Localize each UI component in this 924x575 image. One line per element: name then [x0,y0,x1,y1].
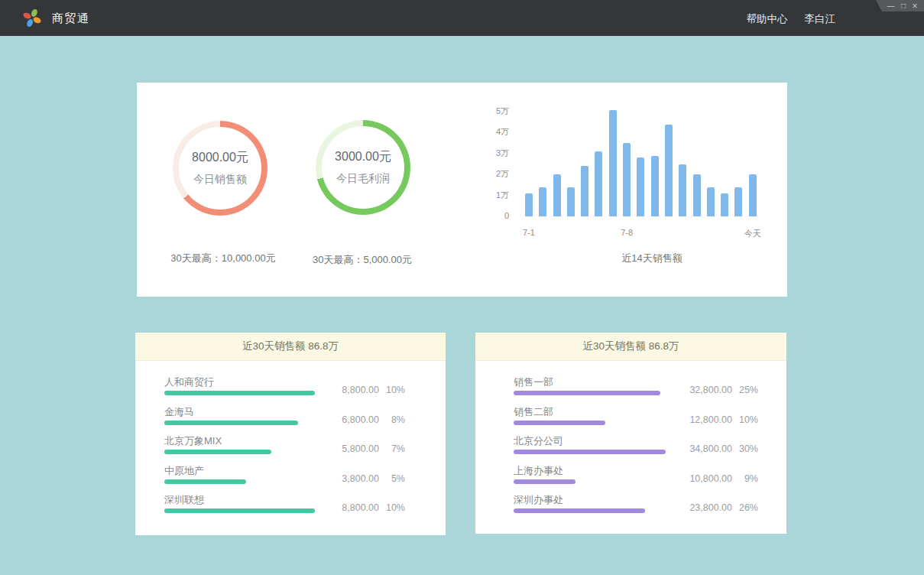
x-tick-label: 7-8 [621,228,633,237]
row-amount: 5,800.00 [326,443,379,455]
y-tick-label: 0 [489,211,509,221]
row-name: 金海马 [164,405,194,419]
row-sales-bar [514,508,645,513]
row-percent: 26% [738,502,758,514]
bar [623,143,631,216]
row-name: 上海办事处 [514,464,563,478]
row-name: 销售一部 [514,375,553,389]
bar [749,174,757,216]
row-sales-bar [164,508,315,513]
row-sales-bar [514,479,575,484]
y-tick-label: 3万 [489,148,509,158]
row-amount: 3,800.00 [326,473,379,485]
bar [567,187,575,216]
row-amount: 32,800.00 [679,384,732,396]
row-values: 8,800.0010% [326,502,405,514]
department-rank-header: 近30天销售额 86.8万 [475,333,786,361]
today-profit-value: 3000.00元 [335,149,391,165]
bar [581,166,588,216]
row-sales-bar [164,421,298,425]
bar [609,110,617,216]
row-sales-bar [164,450,271,454]
row-percent: 9% [738,473,758,485]
row-values: 12,800.0010% [679,414,758,426]
bar [707,187,715,216]
today-profit-label: 今日毛利润 [336,172,390,186]
y-tick-label: 1万 [489,190,509,200]
row-name: 销售二部 [514,405,553,419]
today-profit-donut-center: 3000.00元 今日毛利润 [322,126,404,209]
today-sales-value: 8000.00元 [192,150,248,166]
row-values: 8,800.0010% [326,384,405,396]
row-percent: 8% [385,414,405,426]
row-percent: 10% [738,414,758,426]
bar [665,125,673,216]
row-name: 中原地产 [164,464,204,478]
profit-30d-max-note: 30天最高：5,000.00元 [290,253,435,267]
row-amount: 34,800.00 [679,443,732,455]
row-name: 深圳联想 [164,493,204,507]
bar [651,156,659,216]
row-values: 34,800.0030% [679,443,758,455]
list-item: 中原地产3,800.005% [135,464,446,494]
row-name: 北京万象MIX [164,434,222,448]
chart-caption: 近14天销售额 [621,252,682,265]
department-rank-card: 近30天销售额 86.8万 销售一部32,800.0025%销售二部12,800… [475,333,786,534]
row-values: 10,800.009% [679,473,758,485]
row-values: 3,800.005% [326,473,405,485]
title-bar: 商贸通 帮助中心 李白江 — □ × [0,0,924,36]
row-sales-bar [514,421,605,425]
today-sales-donut-chart: 8000.00元 今日销售额 [173,121,267,216]
bar [553,174,561,216]
row-sales-bar [164,479,246,484]
row-values: 32,800.0025% [679,384,758,396]
row-amount: 10,800.00 [679,473,732,485]
user-name-link[interactable]: 李白江 [805,12,836,26]
row-percent: 30% [738,443,758,455]
minimize-button[interactable]: — [887,2,894,10]
rank-rows: 销售一部32,800.0025%销售二部12,800.0010%北京分公司34,… [475,361,786,534]
x-tick-label: 7-1 [523,228,535,237]
list-item: 人和商贸行8,800.0010% [135,375,446,405]
bar [721,193,728,216]
today-profit-donut-chart: 3000.00元 今日毛利润 [316,120,410,215]
row-amount: 8,800.00 [326,502,379,514]
list-item: 上海办事处10,800.009% [475,464,786,494]
customer-rank-header: 近30天销售额 86.8万 [135,333,446,361]
row-sales-bar [514,450,666,454]
list-item: 北京分公司34,800.0030% [475,434,786,464]
y-tick-label: 4万 [489,127,509,137]
row-sales-bar [514,391,660,395]
customer-rank-card: 近30天销售额 86.8万 人和商贸行8,800.0010%金海马6,800.0… [135,333,446,535]
bar [637,158,644,216]
rank-rows: 人和商贸行8,800.0010%金海马6,800.008%北京万象MIX5,80… [135,361,446,535]
list-item: 销售一部32,800.0025% [475,375,786,405]
bar-series [525,106,759,216]
bar [734,187,742,216]
bar [539,187,546,216]
row-name: 北京分公司 [514,434,563,448]
bar [693,174,701,216]
window-controls: — □ × [876,0,924,11]
maximize-button[interactable]: □ [901,2,906,10]
row-amount: 23,800.00 [679,502,732,514]
row-percent: 7% [385,443,405,455]
daily-sales-bar-chart: 5万4万3万2万1万0 7-17-8今天 近14天销售额 [489,106,781,271]
close-button[interactable]: × [913,2,918,10]
row-percent: 25% [738,384,758,396]
y-tick-label: 2万 [489,169,509,179]
department-rank-title: 近30天销售额 86.8万 [582,339,679,353]
row-values: 23,800.0026% [679,502,758,514]
overview-card: 8000.00元 今日销售额 3000.00元 今日毛利润 30天最高：10,0… [137,83,787,297]
row-percent: 10% [385,502,405,514]
row-sales-bar [164,391,315,395]
x-tick-label: 今天 [744,228,761,239]
row-values: 6,800.008% [326,414,405,426]
help-center-link[interactable]: 帮助中心 [747,12,788,26]
bar [525,193,533,216]
app-logo-pinwheel-icon [22,8,42,28]
topbar-links: 帮助中心 李白江 [747,12,836,26]
app-title: 商贸通 [52,11,90,26]
row-percent: 5% [385,473,405,485]
row-name: 深圳办事处 [514,493,563,507]
